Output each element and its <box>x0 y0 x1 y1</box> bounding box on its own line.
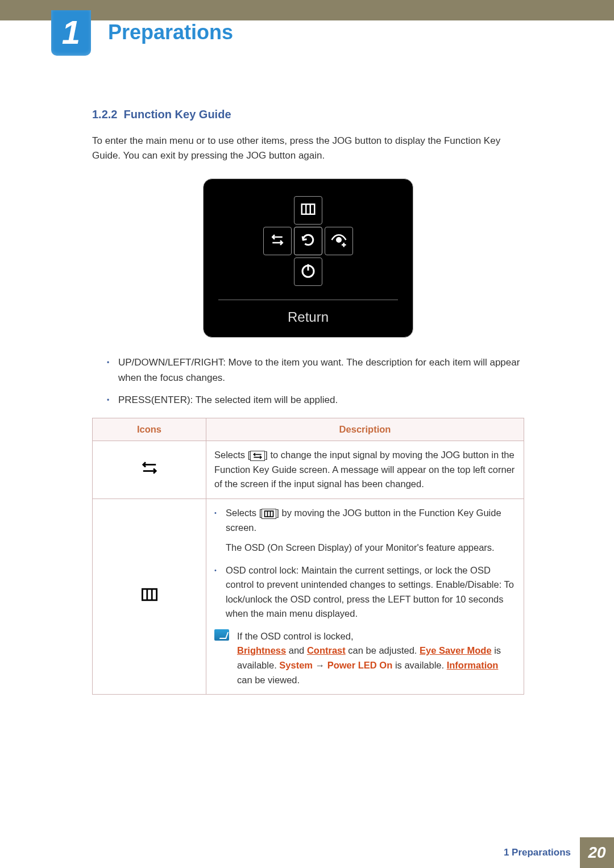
svg-rect-8 <box>142 589 156 600</box>
menu-icon <box>300 201 317 220</box>
list-item: PRESS(ENTER): The selected item will be … <box>107 392 524 408</box>
description-cell: Selects [] by moving the JOG button in t… <box>206 499 524 694</box>
note-block: If the OSD control is locked, Brightness… <box>214 629 516 687</box>
text-power-led-on: Power LED On <box>327 660 393 670</box>
page-content: 1.2.2 Function Key Guide To enter the ma… <box>92 108 524 695</box>
power-icon <box>300 262 317 281</box>
text: is available. <box>392 660 446 670</box>
text: and <box>286 645 307 655</box>
svg-point-3 <box>337 238 341 242</box>
menu-icon <box>140 594 159 604</box>
note-text: If the OSD control is locked, Brightness… <box>237 629 516 687</box>
eye-plus-icon <box>330 231 347 251</box>
osd-right-button <box>325 227 353 255</box>
svg-rect-0 <box>302 204 315 214</box>
text: If the OSD control is locked, <box>237 629 516 644</box>
section-number: 1.2.2 <box>92 108 117 121</box>
top-bar <box>0 0 614 20</box>
table-header-description: Description <box>206 418 524 441</box>
return-icon <box>300 231 317 251</box>
footer-chapter-label: 1 Preparations <box>504 837 580 868</box>
footer-page-number: 20 <box>580 837 614 868</box>
section-title: Function Key Guide <box>124 108 231 121</box>
chapter-number-badge: 1 <box>51 10 91 56</box>
svg-rect-11 <box>265 511 273 517</box>
text-system: System <box>279 660 313 670</box>
text: → <box>313 660 327 670</box>
osd-hint-label: Return <box>204 300 413 334</box>
icon-description-table: Icons Description Selects [] to change t… <box>92 418 524 695</box>
source-swap-icon <box>250 451 265 461</box>
osd-nav-cross <box>263 196 353 286</box>
definition-list: UP/DOWN/LEFT/RIGHT: Move to the item you… <box>107 355 524 408</box>
list-item: Selects [] by moving the JOG button in t… <box>214 506 516 555</box>
table-row: Selects [] to change the input signal by… <box>93 441 524 499</box>
text: The OSD (On Screen Display) of your Moni… <box>226 541 516 555</box>
link-contrast[interactable]: Contrast <box>307 645 346 655</box>
list-item: UP/DOWN/LEFT/RIGHT: Move to the item you… <box>107 355 524 385</box>
table-header-icons: Icons <box>93 418 206 441</box>
text: Selects [ <box>226 508 262 518</box>
page-footer: 1 Preparations 20 <box>0 837 614 868</box>
source-swap-icon <box>269 231 286 251</box>
description-cell: Selects [] to change the input signal by… <box>206 441 524 499</box>
icon-cell <box>93 441 206 499</box>
osd-figure: Return <box>203 178 413 338</box>
link-eye-saver-mode[interactable]: Eye Saver Mode <box>420 645 492 655</box>
table-row: Selects [] by moving the JOG button in t… <box>93 499 524 694</box>
menu-icon <box>262 509 276 519</box>
osd-center-button <box>294 227 322 255</box>
text: can be viewed. <box>237 675 300 685</box>
text: can be adjusted. <box>346 645 420 655</box>
osd-left-button <box>263 227 292 255</box>
intro-paragraph: To enter the main menu or to use other i… <box>92 134 524 164</box>
chapter-title: Preparations <box>108 20 233 44</box>
osd-up-button <box>294 196 322 225</box>
section-heading: 1.2.2 Function Key Guide <box>92 108 524 121</box>
icon-cell <box>93 499 206 694</box>
osd-down-button <box>294 258 322 286</box>
link-information[interactable]: Information <box>447 660 499 670</box>
note-icon <box>214 629 229 641</box>
text: Selects [ <box>214 450 250 460</box>
list-item: OSD control lock: Maintain the current s… <box>214 563 516 621</box>
source-swap-icon <box>140 467 159 477</box>
link-brightness[interactable]: Brightness <box>237 645 286 655</box>
